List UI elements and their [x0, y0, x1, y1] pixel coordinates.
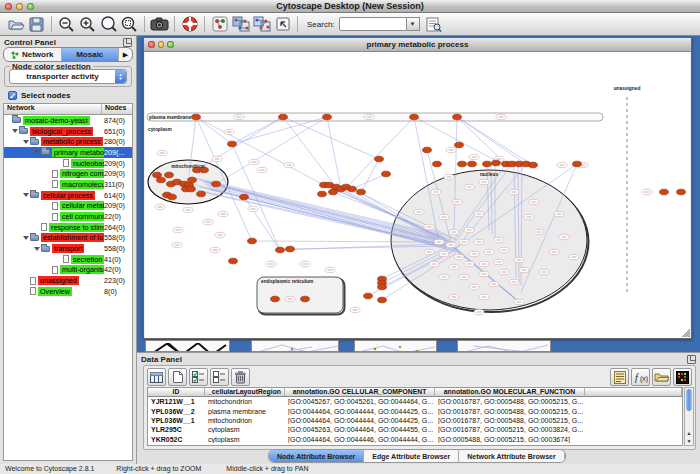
tree-row[interactable]: nitrogen compo209(0)	[4, 168, 132, 179]
select-nodes-checkbox[interactable]: ✓	[8, 91, 17, 100]
select-attrs-button[interactable]	[189, 368, 208, 386]
expand-arrow-icon[interactable]	[12, 129, 18, 133]
import-button[interactable]	[272, 15, 293, 34]
float-panel-icon[interactable]	[687, 355, 696, 364]
toolbar-separator	[174, 16, 175, 32]
table-column-header[interactable]: annotation.GO CELLULAR_COMPONENT	[285, 388, 435, 397]
snapshot-button[interactable]	[149, 15, 170, 34]
network-canvas[interactable]: plasma membranecytoplasmmitochondrionnuc…	[145, 52, 690, 338]
tree-row-count: 280(0)	[104, 137, 132, 146]
search-label: Search:	[307, 20, 335, 29]
expand-arrow-icon[interactable]	[23, 140, 29, 144]
tab-edge-attribute-browser[interactable]: Edge Attribute Browser	[364, 450, 459, 462]
node-red	[187, 186, 196, 192]
tree-column-network[interactable]: Network	[4, 104, 102, 114]
zoom-in-button[interactable]	[77, 15, 98, 34]
tree-row[interactable]: macromolecule311(0)	[4, 179, 132, 190]
search-dropdown[interactable]: ▼	[407, 17, 420, 31]
resize-grip[interactable]	[682, 329, 690, 337]
tree-row[interactable]: multi-organism pro42(0)	[4, 265, 132, 276]
tree-row-label: metabolic process	[41, 137, 103, 146]
tree-row[interactable]: unassigned223(0)	[4, 275, 132, 286]
tree-row[interactable]: cell communicat22(0)	[4, 211, 132, 222]
status-pan-hint: Middle-click + drag to PAN	[226, 465, 308, 474]
table-row[interactable]: YKR052Ccytoplasm[GO:0044464, GO:0044446,…	[148, 435, 682, 444]
tab-network[interactable]: Network	[4, 48, 62, 61]
float-panel-icon[interactable]	[123, 38, 132, 47]
table-button[interactable]	[147, 368, 166, 386]
tree-row[interactable]: transport558(0)	[4, 243, 132, 254]
zoom-selected-button[interactable]	[119, 15, 140, 34]
network-window-titlebar[interactable]: primary metabolic process	[144, 38, 691, 52]
matrix-button[interactable]	[673, 368, 692, 386]
table-row[interactable]: YDR039C__1mitochondrion[GO:0044464, GO:0…	[148, 444, 682, 446]
layout-a-button[interactable]	[230, 15, 251, 34]
tree-row[interactable]: Overview8(0)	[4, 286, 132, 297]
tree-row[interactable]: secretion41(0)	[4, 254, 132, 265]
expand-arrow-icon[interactable]	[23, 193, 29, 197]
network-desktop: primary metabolic process plasma membran…	[137, 36, 700, 352]
unselect-attrs-button[interactable]	[210, 368, 229, 386]
table-row[interactable]: YJR121W__1mitochondrion[GO:0045267, GO:0…	[148, 397, 682, 406]
table-column-header[interactable]: ID	[148, 388, 205, 397]
file-icon	[63, 159, 69, 167]
node-red	[279, 114, 288, 120]
tab-network-attribute-browser[interactable]: Network Attribute Browser	[459, 450, 564, 462]
background-window-2[interactable]	[251, 340, 339, 352]
save-button[interactable]	[26, 15, 47, 34]
tree-row[interactable]: biological_process651(0)	[4, 126, 132, 137]
new-doc-button[interactable]	[168, 368, 187, 386]
control-panel-title: Control Panel	[4, 38, 56, 47]
table-column-header[interactable]: annotation.GO MOLECULAR_FUNCTION	[435, 388, 585, 397]
attr-list-button[interactable]	[610, 368, 629, 386]
table-row[interactable]: YPL036W__1mitochondrion[GO:0044464, GO:0…	[148, 416, 682, 425]
import-table-button[interactable]	[652, 368, 671, 386]
expand-arrow-icon[interactable]	[34, 247, 40, 251]
node-red	[348, 186, 357, 192]
function-button[interactable]: f(x)	[631, 368, 650, 386]
node-color-combo[interactable]: transporter activity ▲▼	[9, 69, 127, 84]
table-cell: mitochondrion	[205, 445, 285, 446]
zoom-fit-button[interactable]	[98, 15, 119, 34]
more-tabs-button[interactable]: ▶	[119, 48, 132, 61]
tab-mosaic[interactable]: Mosaic	[62, 48, 120, 61]
background-window-1[interactable]	[145, 340, 230, 352]
tree-row[interactable]: mosaic-demo-yeast874(0)	[4, 115, 132, 126]
svg-text:(x): (x)	[640, 375, 648, 383]
tab-node-attribute-browser[interactable]: Node Attribute Browser	[269, 450, 364, 462]
table-scrollbar[interactable]: ▲ ▼	[684, 387, 694, 446]
expand-arrow-icon[interactable]	[23, 236, 29, 240]
node-red	[364, 293, 373, 299]
app-titlebar[interactable]: Cytoscape Desktop (New Session)	[0, 0, 700, 13]
table-cell: [GO:0016787, GO:0005488, GO:0005215, G..…	[435, 445, 585, 446]
node-red	[492, 160, 501, 166]
tree-row[interactable]: response to stimulu264(0)	[4, 222, 132, 233]
table-cell: [GO:0045263, GO:0044464, GO:0044455, G..…	[285, 426, 435, 433]
trash-button[interactable]	[231, 368, 250, 386]
search-input[interactable]	[339, 17, 407, 31]
tree-row-label: biological_process	[30, 127, 93, 136]
background-window-3[interactable]	[354, 340, 437, 352]
edge	[346, 117, 414, 188]
table-row[interactable]: YLR295Ccytoplasm[GO:0045263, GO:0044464,…	[148, 425, 682, 434]
tree-row[interactable]: cellular metabo209(0)	[4, 201, 132, 212]
expand-arrow-icon[interactable]	[34, 150, 40, 154]
help-button[interactable]	[179, 15, 200, 34]
tree-row[interactable]: metabolic process280(0)	[4, 136, 132, 147]
tree-row[interactable]: cellular process614(0)	[4, 190, 132, 201]
tree-column-nodes[interactable]: Nodes	[102, 104, 132, 114]
table-column-header[interactable]: _cellularLayoutRegion	[205, 388, 285, 397]
tree-row[interactable]: establishment of lo558(0)	[4, 233, 132, 244]
network-view-window[interactable]: primary metabolic process plasma membran…	[143, 37, 692, 339]
tree-row[interactable]: nucleobase-209(0)	[4, 158, 132, 169]
node-red	[229, 258, 238, 264]
table-row[interactable]: YPL036W__2plasma membrane[GO:0044464, GO…	[148, 406, 682, 415]
open-button[interactable]	[5, 15, 26, 34]
background-window-4[interactable]	[457, 340, 551, 352]
zoom-out-button[interactable]	[56, 15, 77, 34]
node-red	[453, 114, 462, 120]
vizmapper-button[interactable]	[209, 15, 230, 34]
tree-row[interactable]: primary metabolic209(...	[4, 147, 132, 158]
search-plugin-button[interactable]	[424, 15, 445, 34]
layout-b-button[interactable]	[251, 15, 272, 34]
